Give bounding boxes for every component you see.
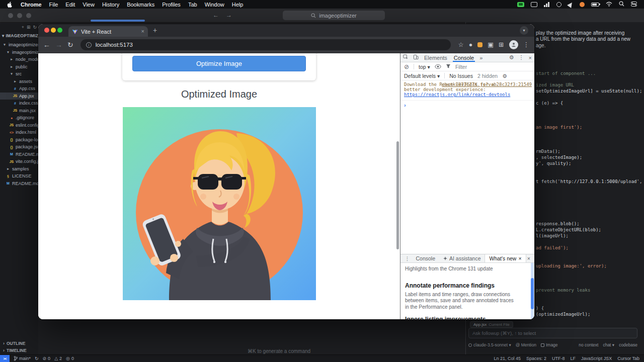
menu-view[interactable]: View: [83, 2, 95, 8]
optimize-image-button[interactable]: Optimize Image: [132, 56, 306, 71]
menu-chrome[interactable]: Chrome: [21, 2, 42, 8]
model-selector[interactable]: claude-3.5-sonnet ▾: [468, 342, 511, 347]
more-tabs-icon[interactable]: »: [479, 55, 482, 61]
tab-search-button[interactable]: ▾: [520, 26, 528, 35]
cursor-position[interactable]: Ln 21, Col 45: [494, 356, 521, 361]
refresh-explorer-icon[interactable]: ↻: [33, 25, 37, 30]
command-center-search[interactable]: imageoptimizer: [283, 11, 385, 20]
eol-selector[interactable]: LF: [571, 356, 576, 361]
menu-bookmarks[interactable]: Bookmarks: [127, 2, 154, 8]
file-imageoptimizer[interactable]: ▾imageoptimizer: [0, 49, 38, 56]
eye-icon[interactable]: [435, 64, 441, 70]
minimize-window-button[interactable]: [51, 28, 56, 33]
git-branch-item[interactable]: main*: [14, 356, 31, 361]
image-button[interactable]: Image: [541, 342, 558, 347]
new-folder-icon[interactable]: ⊞: [27, 25, 31, 30]
new-tab-button[interactable]: +: [153, 26, 157, 34]
errors-count[interactable]: ⊘ 0: [43, 356, 51, 361]
search-icon[interactable]: [619, 1, 624, 8]
sync-button[interactable]: ↻: [35, 356, 39, 361]
tab-close-icon[interactable]: ×: [141, 29, 144, 34]
camera-icon[interactable]: [556, 2, 561, 7]
drawer-menu-icon[interactable]: ⋮: [403, 255, 412, 261]
file-index.css[interactable]: #index.css: [0, 100, 38, 107]
devtools-tab-console[interactable]: Console: [453, 53, 475, 62]
file-imageoptimizer[interactable]: ▾imageoptimizer: [0, 41, 38, 49]
browser-menu-icon[interactable]: ⋮: [523, 42, 530, 48]
stats-icon[interactable]: [544, 2, 550, 7]
file-README.md[interactable]: MREADME.md: [0, 180, 38, 188]
levels-selector[interactable]: Default levels ▾: [404, 73, 440, 79]
mention-button[interactable]: @ Mention: [516, 342, 536, 347]
editor-window-controls[interactable]: [8, 13, 31, 18]
warnings-count[interactable]: △ 2: [54, 356, 62, 361]
editor-close-button[interactable]: [8, 13, 13, 18]
file-src[interactable]: ▾src: [0, 70, 38, 78]
close-whats-new-tab-icon[interactable]: ×: [518, 255, 521, 261]
menu-window[interactable]: Window: [205, 2, 224, 8]
inspect-element-icon[interactable]: [403, 54, 409, 61]
menu-history[interactable]: History: [102, 2, 119, 8]
page-scrollbar-thumb[interactable]: [396, 141, 399, 249]
cursor-tab-toggle[interactable]: Cursor Tab: [617, 356, 639, 361]
issues-counter[interactable]: No Issues: [449, 73, 473, 79]
explorer-header[interactable]: ▾ IMAGEOPTIMIZER: [2, 33, 38, 38]
browser-tab[interactable]: Vite + React ×: [68, 26, 148, 37]
menu-profiles[interactable]: Profiles: [162, 2, 181, 8]
password-manager-icon[interactable]: ●: [469, 42, 473, 48]
indentation[interactable]: Spaces: 2: [526, 356, 546, 361]
pointer-icon[interactable]: [567, 1, 574, 8]
chat-mode-selector[interactable]: chat ▾: [603, 342, 614, 347]
file-App.css[interactable]: #App.css: [0, 85, 38, 93]
extensions-puzzle-icon[interactable]: ⊞: [499, 42, 504, 48]
react-devtools-link[interactable]: https://reactjs.org/link/react-devtools: [404, 93, 510, 98]
file-package.json[interactable]: {}package.json: [0, 143, 38, 151]
file-eslint.config.js[interactable]: JSeslint.config.js: [0, 122, 38, 129]
menu-tab[interactable]: Tab: [188, 2, 197, 8]
hidden-messages[interactable]: 2 hidden: [477, 73, 498, 79]
zoom-window-button[interactable]: [57, 28, 62, 33]
control-center-icon[interactable]: [631, 2, 637, 8]
extension-icon[interactable]: [477, 42, 482, 47]
device-toolbar-icon[interactable]: [413, 54, 419, 61]
filter-input[interactable]: Filter: [455, 64, 467, 70]
file-.gitignore[interactable]: ●.gitignore: [0, 114, 38, 122]
editor-minimize-button[interactable]: [17, 13, 22, 18]
panel-outline[interactable]: ›OUTLINE: [0, 340, 38, 347]
recording-icon[interactable]: [580, 2, 585, 7]
language-mode[interactable]: JavaScript JSX: [581, 356, 612, 361]
downloads-icon[interactable]: ▣: [488, 42, 494, 48]
file-vite.config.js[interactable]: JSvite.config.js: [0, 158, 38, 165]
back-button[interactable]: ←: [43, 41, 50, 48]
drawer-close-icon[interactable]: ×: [527, 255, 532, 261]
whats-new-item1-title[interactable]: Annotate performance findings: [405, 282, 495, 289]
whats-new-item2-title[interactable]: Ignore listing improvements: [405, 316, 486, 319]
file-public[interactable]: ▸public: [0, 63, 38, 71]
nav-forward-icon[interactable]: →: [226, 12, 232, 19]
remote-indicator[interactable]: ><: [0, 355, 10, 362]
whats-new-scrollbar[interactable]: [531, 263, 534, 319]
clear-console-icon[interactable]: ⊘: [404, 63, 409, 70]
menu-file[interactable]: File: [49, 2, 58, 8]
menu-edit[interactable]: Edit: [65, 2, 75, 8]
profile-avatar[interactable]: [509, 40, 518, 49]
console-prompt[interactable]: ›: [400, 101, 534, 110]
codebase-button[interactable]: codebase: [619, 342, 637, 347]
devtools-close-icon[interactable]: ×: [529, 55, 532, 61]
current-file-chip[interactable]: App.jsx Current File: [470, 321, 513, 328]
file-samples[interactable]: ▸samples: [0, 165, 38, 173]
drawer-tab-whats-new[interactable]: What's new ×: [485, 254, 526, 262]
site-info-icon[interactable]: i: [86, 42, 92, 48]
encoding[interactable]: UTF-8: [552, 356, 565, 361]
file-LICENSE[interactable]: §LICENSE: [0, 172, 38, 180]
file-main.jsx[interactable]: JSmain.jsx: [0, 107, 38, 115]
drawer-tab-ai-assistance[interactable]: AI assistance: [439, 254, 485, 262]
wifi-icon[interactable]: [606, 2, 612, 8]
new-file-icon[interactable]: +: [22, 25, 24, 30]
file-package-lock.json[interactable]: {}package-lock.json: [0, 136, 38, 144]
ports-count[interactable]: ◎ 0: [66, 356, 74, 361]
file-index.html[interactable]: <>index.html: [0, 129, 38, 136]
apple-menu-icon[interactable]: [7, 2, 13, 8]
forward-button[interactable]: →: [55, 41, 62, 48]
devtools-settings-icon[interactable]: ⚙: [509, 54, 514, 61]
